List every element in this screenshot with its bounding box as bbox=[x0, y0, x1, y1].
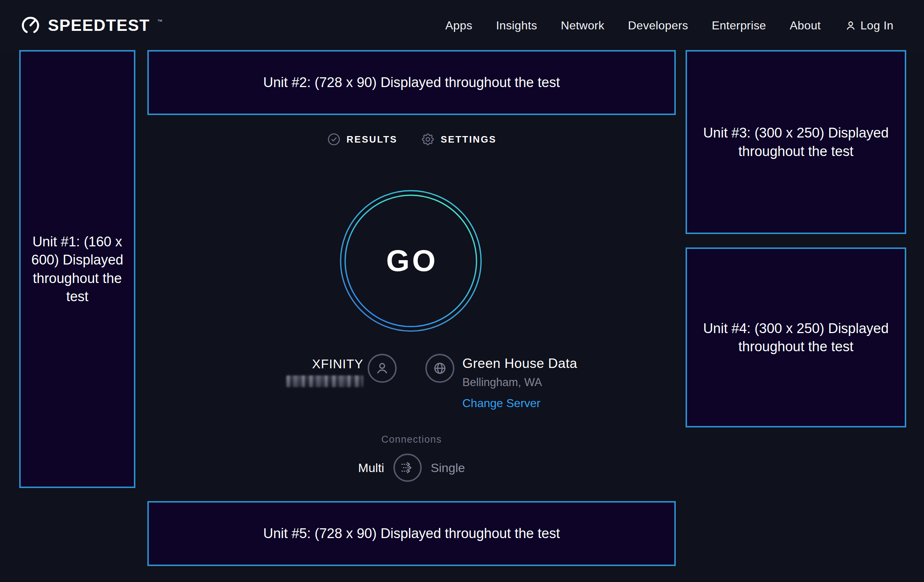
login-button[interactable]: Log In bbox=[845, 19, 894, 32]
server-location: Bellingham, WA bbox=[462, 376, 578, 389]
nav-about[interactable]: About bbox=[790, 19, 821, 32]
connections-toggle-row: Multi Single bbox=[147, 452, 676, 484]
login-label: Log In bbox=[860, 19, 894, 32]
person-icon bbox=[374, 360, 391, 377]
isp-info: XFINITY bbox=[286, 354, 397, 387]
masked-ip bbox=[286, 376, 363, 387]
go-button[interactable]: GO bbox=[338, 188, 483, 333]
ad-unit-5[interactable]: Unit #5: (728 x 90) Displayed throughout… bbox=[147, 501, 676, 566]
gear-icon bbox=[421, 132, 435, 147]
nav-enterprise[interactable]: Enterprise bbox=[712, 19, 766, 32]
ad-unit-1-text: Unit #1: (160 x 600) Displayed throughou… bbox=[31, 232, 124, 305]
logo-text: SPEEDTEST bbox=[48, 16, 150, 35]
server-info: Green House Data Bellingham, WA Change S… bbox=[425, 354, 578, 410]
connections-toggle[interactable] bbox=[393, 453, 422, 482]
ad-unit-2-text: Unit #2: (728 x 90) Displayed throughout… bbox=[263, 73, 559, 91]
tab-settings[interactable]: SETTINGS bbox=[421, 132, 497, 147]
server-name: Green House Data bbox=[462, 356, 578, 371]
ad-unit-5-text: Unit #5: (728 x 90) Displayed throughout… bbox=[263, 524, 559, 542]
nav-insights[interactable]: Insights bbox=[496, 19, 537, 32]
server-icon-circle bbox=[425, 354, 454, 383]
top-nav-bar: SPEEDTEST ™ Apps Insights Network Develo… bbox=[0, 0, 924, 51]
nav-network[interactable]: Network bbox=[561, 19, 604, 32]
connections-label: Connections bbox=[147, 434, 676, 445]
main-nav: Apps Insights Network Developers Enterpr… bbox=[445, 19, 894, 32]
connections-option-multi[interactable]: Multi bbox=[358, 461, 384, 475]
ad-unit-2[interactable]: Unit #2: (728 x 90) Displayed throughout… bbox=[147, 50, 676, 115]
multi-connections-arrows-icon bbox=[399, 459, 416, 476]
ad-unit-4-text: Unit #4: (300 x 250) Displayed throughou… bbox=[700, 319, 893, 356]
connections-option-single[interactable]: Single bbox=[431, 461, 465, 475]
change-server-link[interactable]: Change Server bbox=[462, 397, 578, 410]
nav-apps[interactable]: Apps bbox=[445, 19, 472, 32]
check-circle-icon bbox=[327, 132, 341, 147]
isp-icon-circle bbox=[368, 354, 397, 383]
globe-icon bbox=[432, 360, 448, 377]
ad-unit-3-text: Unit #3: (300 x 250) Displayed throughou… bbox=[700, 124, 893, 160]
tab-results-label: RESULTS bbox=[346, 134, 398, 145]
ad-unit-3[interactable]: Unit #3: (300 x 250) Displayed throughou… bbox=[686, 50, 906, 234]
ad-unit-1[interactable]: Unit #1: (160 x 600) Displayed throughou… bbox=[19, 50, 135, 488]
go-button-rings bbox=[338, 188, 483, 333]
speedtest-logo[interactable]: SPEEDTEST ™ bbox=[20, 15, 163, 36]
trademark-mark: ™ bbox=[157, 18, 163, 24]
tab-settings-label: SETTINGS bbox=[441, 134, 497, 145]
tab-results[interactable]: RESULTS bbox=[327, 132, 398, 147]
nav-developers[interactable]: Developers bbox=[628, 19, 688, 32]
results-settings-tabs: RESULTS SETTINGS bbox=[147, 130, 676, 149]
isp-name: XFINITY bbox=[312, 357, 363, 371]
user-icon bbox=[845, 19, 857, 31]
gauge-icon bbox=[20, 15, 41, 36]
ad-unit-4[interactable]: Unit #4: (300 x 250) Displayed throughou… bbox=[686, 247, 906, 427]
